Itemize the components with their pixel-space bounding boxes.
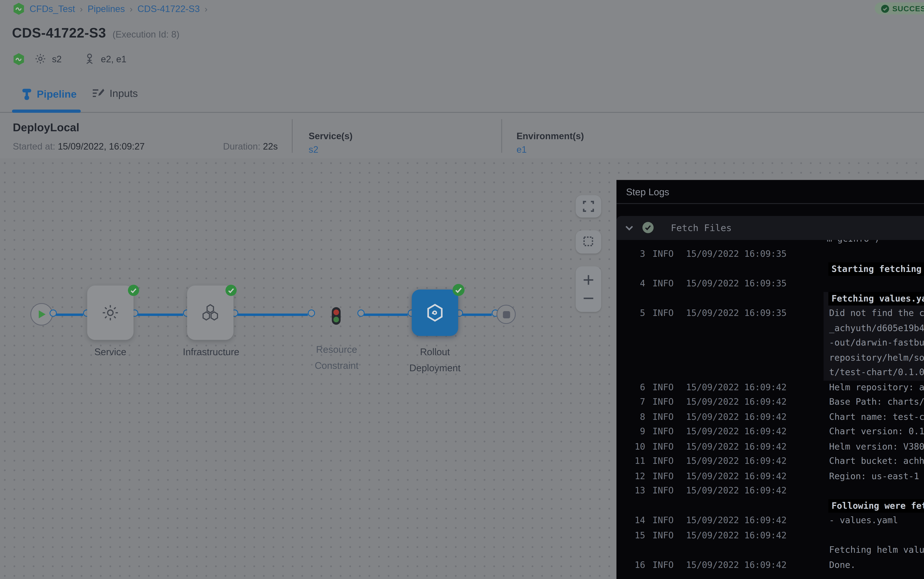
g-level: INFO [652,425,674,440]
marquee-icon [583,236,594,248]
g-num: 16 [626,558,645,573]
log-line: Chart name: test-chart [829,410,924,425]
log-row[interactable]: 3INFO15/09/2022 16:09:35Starting fetchin… [617,247,924,277]
g-level: INFO [652,277,674,291]
log-row[interactable]: 9INFO15/09/2022 16:09:42Chart version: 0… [617,425,924,440]
g-level: INFO [652,558,674,573]
g-num: 10 [626,440,645,454]
log-line [829,277,924,291]
zoom-in-icon[interactable] [583,274,594,285]
active-tab-underline [12,110,81,113]
log-panel-title: Step Logs [626,186,669,198]
stage-info-bar: DeployLocal Started at: 15/09/2022, 16:0… [0,113,924,159]
edge [137,313,183,316]
harness-logo-icon [13,2,25,15]
divider [292,119,292,153]
g-ts: 15/09/2022 16:09:42 [686,558,787,573]
end-node [496,305,516,324]
log-line: Fetching helm values completed successfu… [829,543,924,558]
log-line [829,484,924,499]
step-logs-panel: Step Logs Console View Fetch Files ↑ ↓ [617,180,924,579]
service-success-icon [128,285,139,296]
traffic-light-red [333,309,339,315]
service-node[interactable] [87,286,134,340]
g-ts: 15/09/2022 16:09:35 [686,277,787,291]
log-rows: 3INFO15/09/2022 16:09:35Starting fetchin… [617,247,924,573]
log-line: Did not find the chart and version in lo… [829,306,924,321]
log-row[interactable]: 15INFO15/09/2022 16:09:42Fetching helm v… [617,528,924,558]
log-line: Following were fetched successfully : [829,499,924,514]
breadcrumb: CFDs_Test › Pipelines › CDS-41722-S3 › [13,2,207,15]
g-level: INFO [652,410,674,425]
breadcrumb-pipelines[interactable]: Pipelines [88,4,125,14]
g-num: 7 [626,395,645,410]
stop-icon [503,311,510,318]
zoom-controls [576,267,601,312]
tab-bar: Pipeline Inputs [0,80,924,113]
stage-started: Started at: 15/09/2022, 16:09:27 [13,142,145,151]
service-tag[interactable]: s2 [52,54,62,64]
log-row[interactable]: 6INFO15/09/2022 16:09:42Helm repository:… [617,380,924,395]
log-line: Done. [829,558,924,573]
breadcrumb-pipeline[interactable]: CDS-41722-S3 [137,4,200,14]
rollout-deployment-node[interactable] [412,290,458,336]
g-level: INFO [652,514,674,528]
inputs-icon [92,87,105,99]
log-line: Starting fetching Helm values [829,262,924,277]
log-row[interactable]: 5INFO15/09/2022 16:09:35Fetching values.… [617,291,924,380]
log-row[interactable]: 16INFO15/09/2022 16:09:42Done. [617,558,924,573]
divider [501,119,502,153]
log-line: Fetching values.yaml from helm chart rep… [829,291,924,306]
service-gear-icon [34,53,46,65]
start-node[interactable] [30,303,53,325]
g-num: 4 [626,277,645,291]
port [357,309,364,316]
tab-inputs[interactable]: Inputs [92,87,138,99]
edge [56,313,83,316]
log-row[interactable]: 11INFO15/09/2022 16:09:42Chart bucket: a… [617,454,924,469]
g-level: INFO [652,247,674,262]
g-ts: 15/09/2022 16:09:42 [686,469,787,484]
g-num: 15 [626,528,645,543]
log-row[interactable]: 8INFO15/09/2022 16:09:42Chart name: test… [617,410,924,425]
fullscreen-button[interactable] [576,195,601,218]
edge [462,313,492,316]
log-line [829,247,924,262]
resource-constraint-node[interactable] [332,307,341,325]
log-section-header[interactable]: Fetch Files ↑ ↓ 9s [617,216,924,240]
g-ts: 15/09/2022 16:09:42 [686,440,787,454]
log-row[interactable]: 14INFO15/09/2022 16:09:42- values.yaml [617,514,924,528]
stage-name: DeployLocal [13,121,79,134]
breadcrumb-separator: › [80,4,83,14]
select-region-button[interactable] [576,231,601,254]
infrastructure-node-label: Infrastructure [163,344,259,360]
stage-duration: Duration: 22s [223,142,278,151]
environment-tag[interactable]: e2, e1 [101,54,126,64]
infrastructure-icon [200,303,220,322]
zoom-out-icon[interactable] [583,293,594,304]
tab-pipeline[interactable]: Pipeline [21,87,77,101]
breadcrumb-project[interactable]: CFDs_Test [29,4,75,14]
chevron-down-icon[interactable] [624,223,634,233]
services-label: Service(s) [309,131,353,141]
g-num: 11 [626,454,645,469]
traffic-light-green [333,317,339,322]
log-panel-header: Step Logs Console View [617,180,924,204]
breadcrumb-separator: › [130,4,133,14]
log-row[interactable]: 7INFO15/09/2022 16:09:42Base Path: chart… [617,395,924,410]
log-row[interactable]: 10INFO15/09/2022 16:09:42Helm version: V… [617,440,924,454]
log-row[interactable]: 13INFO15/09/2022 16:09:42Following were … [617,484,924,514]
log-row[interactable]: 12INFO15/09/2022 16:09:42Region: us-east… [617,469,924,484]
log-row[interactable]: 4INFO15/09/2022 16:09:35 [617,277,924,291]
log-line: -out/darwin-fastbuild/bin/260-delegate/e… [829,336,924,351]
log-line: Region: us-east-1 [829,469,924,484]
g-ts: 15/09/2022 16:09:35 [686,306,787,321]
services-value[interactable]: s2 [309,145,318,154]
edge [237,313,308,316]
g-ts: 15/09/2022 16:09:42 [686,380,787,395]
environments-value[interactable]: e1 [516,145,527,154]
success-check-icon [881,5,889,12]
log-line: Helm version: V380 [829,440,924,454]
breadcrumb-separator: › [204,4,207,14]
g-num: 8 [626,410,645,425]
